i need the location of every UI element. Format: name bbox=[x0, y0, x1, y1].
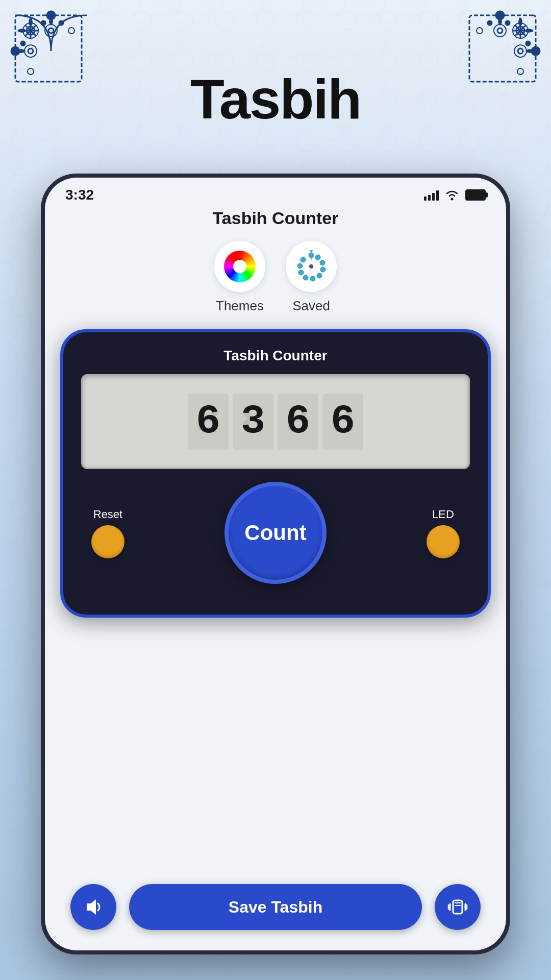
beads-icon bbox=[295, 250, 328, 283]
digit-box-3: 8 6 bbox=[278, 394, 318, 450]
status-time: 3:32 bbox=[65, 187, 94, 203]
phone-mockup: 3:32 Tasbih Counter bbox=[41, 174, 510, 954]
svg-point-50 bbox=[310, 250, 313, 252]
count-button-label: Count bbox=[244, 521, 306, 545]
svg-point-10 bbox=[48, 28, 54, 33]
color-wheel-icon bbox=[224, 251, 256, 282]
vibrate-button[interactable] bbox=[435, 884, 481, 930]
reset-label: Reset bbox=[93, 508, 122, 521]
svg-point-38 bbox=[315, 255, 320, 260]
status-bar: 3:32 bbox=[45, 178, 506, 208]
svg-marker-51 bbox=[87, 899, 96, 915]
screen-header: Tasbih Counter bbox=[213, 208, 339, 228]
digit-box-1: 8 6 bbox=[188, 394, 229, 450]
svg-point-40 bbox=[320, 267, 325, 272]
screen-content: Tasbih Counter Themes bbox=[45, 208, 506, 950]
svg-point-12 bbox=[28, 48, 33, 54]
counter-device-title: Tasbih Counter bbox=[81, 348, 470, 364]
themes-label: Themes bbox=[216, 298, 264, 314]
saved-label: Saved bbox=[292, 298, 330, 314]
led-button[interactable] bbox=[427, 525, 460, 558]
counter-device: Tasbih Counter 8 6 8 3 8 bbox=[60, 329, 491, 618]
app-title: Tasbih bbox=[0, 66, 551, 131]
svg-point-15 bbox=[59, 21, 63, 25]
reset-group: Reset bbox=[91, 508, 124, 558]
led-label: LED bbox=[432, 508, 454, 521]
save-tasbih-label: Save Tasbih bbox=[229, 898, 322, 917]
svg-point-16 bbox=[68, 28, 74, 34]
svg-point-13 bbox=[41, 21, 45, 25]
quick-actions: Themes bbox=[214, 241, 337, 314]
svg-point-11 bbox=[24, 45, 37, 57]
svg-point-28 bbox=[497, 28, 503, 33]
svg-point-29 bbox=[514, 45, 527, 57]
svg-point-32 bbox=[526, 41, 530, 45]
saved-action[interactable]: Saved bbox=[286, 241, 337, 314]
vibrate-icon bbox=[447, 896, 468, 918]
digit-box-2: 8 3 bbox=[233, 394, 273, 450]
wifi-icon bbox=[445, 189, 459, 201]
themes-icon-circle bbox=[214, 241, 265, 292]
buttons-row: Reset Count LED bbox=[81, 482, 470, 584]
svg-point-46 bbox=[300, 257, 306, 262]
digit-display: 8 6 8 3 8 6 8 6 bbox=[95, 386, 456, 457]
svg-rect-53 bbox=[455, 902, 461, 903]
saved-icon-circle bbox=[286, 241, 337, 292]
digit-box-4: 8 6 bbox=[322, 394, 363, 450]
svg-point-39 bbox=[320, 260, 325, 265]
svg-point-45 bbox=[297, 263, 303, 268]
count-button[interactable]: Count bbox=[224, 482, 327, 584]
sound-icon bbox=[83, 896, 104, 918]
svg-rect-54 bbox=[455, 905, 461, 906]
sound-button[interactable] bbox=[70, 884, 116, 930]
bottom-action-bar: Save Tasbih bbox=[45, 884, 506, 930]
svg-rect-52 bbox=[453, 900, 462, 914]
phone-screen: 3:32 Tasbih Counter bbox=[45, 178, 506, 950]
lcd-display: 8 6 8 3 8 6 8 6 bbox=[81, 374, 470, 469]
svg-point-31 bbox=[506, 21, 510, 25]
svg-point-14 bbox=[21, 41, 25, 45]
svg-point-47 bbox=[309, 264, 313, 268]
battery-icon bbox=[465, 189, 486, 201]
save-tasbih-button[interactable]: Save Tasbih bbox=[129, 884, 422, 930]
led-group: LED bbox=[427, 508, 460, 558]
svg-point-42 bbox=[310, 276, 315, 281]
svg-point-43 bbox=[303, 275, 308, 280]
status-icons bbox=[424, 189, 486, 201]
svg-point-30 bbox=[518, 48, 523, 54]
signal-icon bbox=[424, 189, 439, 201]
svg-point-44 bbox=[298, 270, 304, 275]
svg-point-41 bbox=[317, 273, 322, 278]
svg-point-27 bbox=[494, 24, 506, 37]
svg-point-34 bbox=[477, 28, 483, 34]
svg-point-36 bbox=[451, 198, 454, 201]
themes-action[interactable]: Themes bbox=[214, 241, 265, 314]
reset-button[interactable] bbox=[91, 525, 124, 558]
svg-point-33 bbox=[488, 21, 492, 25]
